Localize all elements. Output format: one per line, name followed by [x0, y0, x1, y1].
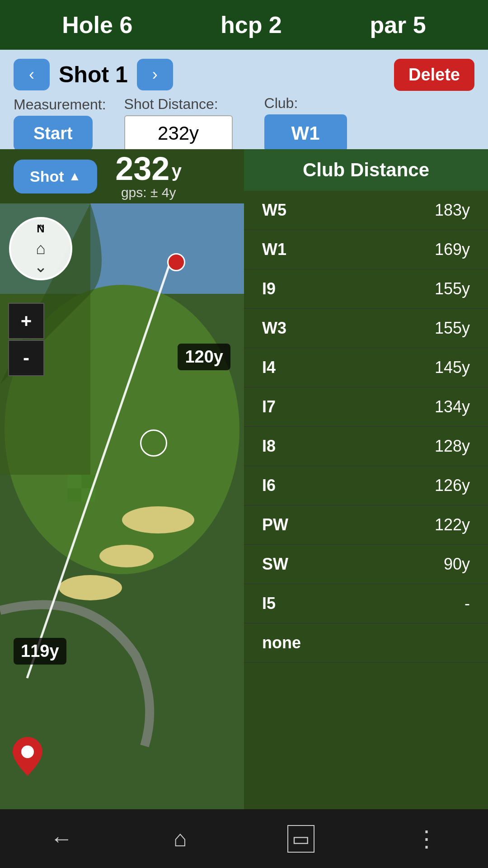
nav-bar: ← ⌂ ▭ ⋮ [0, 809, 488, 868]
club-list-item[interactable]: W5 183y [244, 191, 488, 230]
shot-distance-label: Shot Distance: [124, 96, 246, 113]
svg-point-3 [122, 506, 194, 533]
delete-button[interactable]: Delete [394, 59, 474, 91]
prev-shot-button[interactable]: ‹ [14, 59, 50, 90]
toolbar-strip: Shot ▲ 232 y gps: ± 4y [0, 149, 244, 203]
par-label: par 5 [370, 11, 426, 38]
gps-label: gps: ± 4y [121, 185, 176, 200]
svg-point-11 [21, 745, 34, 758]
shot-distance-input[interactable] [124, 115, 233, 151]
hole-label: Hole 6 [62, 11, 132, 38]
svg-rect-8 [68, 488, 81, 502]
club-button[interactable]: W1 [264, 114, 347, 152]
club-distance-panel: Club Distance W5 183y W1 169y I9 155y W3… [244, 149, 488, 809]
location-pin [13, 737, 42, 773]
shot-panel: ‹ Shot 1 › Delete Measurement: Start Sho… [0, 50, 488, 166]
club-list-item[interactable]: I9 155y [244, 269, 488, 309]
zoom-in-button[interactable]: + [8, 303, 44, 339]
club-list-item[interactable]: I7 134y [244, 387, 488, 427]
distance-label-120: 120y [178, 344, 230, 370]
header: Hole 6 hcp 2 par 5 [0, 0, 488, 50]
main-distance: 232 y [115, 152, 182, 185]
club-list-item[interactable]: none [244, 623, 488, 663]
club-list-item[interactable]: I6 126y [244, 466, 488, 505]
club-list-item[interactable]: I5 - [244, 584, 488, 623]
hcp-label: hcp 2 [221, 11, 282, 38]
club-list-item[interactable]: W1 169y [244, 230, 488, 269]
shot-mode-button[interactable]: Shot ▲ [14, 160, 97, 193]
more-button[interactable]: ⋮ [415, 826, 438, 852]
club-distance-header: Club Distance [244, 149, 488, 191]
club-label: Club: [264, 95, 347, 112]
next-shot-button[interactable]: › [137, 59, 173, 90]
svg-point-5 [59, 575, 122, 600]
zoom-controls: + - [8, 303, 44, 376]
main-distance-group: 232 y gps: ± 4y [115, 152, 182, 200]
map-area: Shot ▲ 232 y gps: ± 4y [0, 149, 488, 809]
ball-marker [167, 253, 185, 271]
club-list-item[interactable]: PW 122y [244, 505, 488, 545]
shot-title: Shot 1 [59, 61, 128, 88]
svg-rect-6 [68, 475, 81, 488]
back-button[interactable]: ← [50, 826, 73, 852]
compass[interactable]: N ⌃⌂⌄ [9, 217, 72, 280]
club-list-item[interactable]: I4 145y [244, 348, 488, 387]
home-button[interactable]: ⌂ [174, 826, 187, 852]
start-button[interactable]: Start [14, 116, 93, 151]
recents-button[interactable]: ▭ [287, 825, 314, 853]
club-list-item[interactable]: W3 155y [244, 309, 488, 348]
zoom-out-button[interactable]: - [8, 340, 44, 376]
club-list-item[interactable]: SW 90y [244, 545, 488, 584]
map-canvas[interactable]: N ⌃⌂⌄ + - 120y 119y [0, 203, 244, 809]
measurement-label: Measurement: [14, 96, 106, 113]
target-marker [140, 429, 167, 457]
club-list: W5 183y W1 169y I9 155y W3 155y I4 145y … [244, 191, 488, 663]
club-list-item[interactable]: I8 128y [244, 427, 488, 466]
distance-label-119: 119y [14, 638, 66, 665]
svg-point-4 [99, 545, 154, 567]
